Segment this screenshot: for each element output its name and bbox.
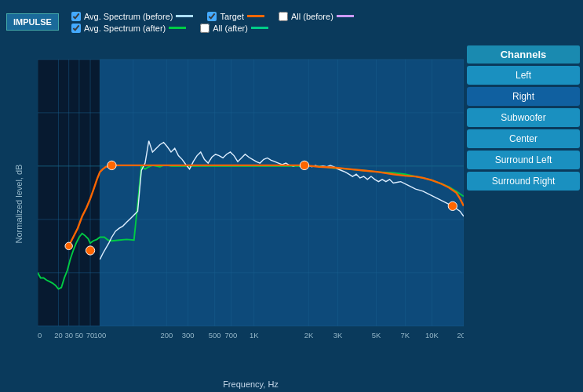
impulse-label: IMPULSE bbox=[13, 17, 52, 27]
channels-title: Channels bbox=[467, 45, 580, 64]
legend-avg-before: Avg. Spectrum (before) bbox=[71, 12, 194, 21]
main-area: Normalized level, dB bbox=[0, 44, 583, 392]
legend-avg-after-line bbox=[169, 27, 186, 29]
xlabel-50: 50 bbox=[75, 331, 84, 339]
y-axis-label: Normalized level, dB bbox=[14, 165, 24, 244]
xlabel-3k: 3K bbox=[333, 331, 343, 339]
xlabel-5k: 5K bbox=[372, 331, 381, 339]
chart-wrapper: Normalized level, dB bbox=[0, 44, 464, 392]
sidebar-btn-center[interactable]: Center bbox=[467, 129, 580, 148]
legend-target-label: Target bbox=[220, 12, 244, 21]
xlabel-500: 500 bbox=[209, 331, 221, 339]
x-axis-label: Frequency, Hz bbox=[38, 364, 464, 392]
xlabel-10: 10 bbox=[38, 331, 42, 339]
legend-target: Target bbox=[207, 12, 264, 21]
legend-all-before-line bbox=[337, 15, 354, 17]
xlabel-1k: 1K bbox=[250, 331, 259, 339]
xlabel-30: 30 bbox=[64, 331, 73, 339]
control-point-start[interactable] bbox=[65, 242, 72, 249]
xlabel-300: 300 bbox=[182, 331, 195, 339]
legend-all-after-label: All (after) bbox=[213, 24, 248, 33]
legend-all-after: All (after) bbox=[200, 24, 268, 33]
control-point-2[interactable] bbox=[86, 246, 94, 255]
legend-all-after-checkbox[interactable] bbox=[200, 24, 210, 33]
legend-avg-before-label: Avg. Spectrum (before) bbox=[84, 12, 173, 21]
xlabel-700: 700 bbox=[225, 331, 238, 339]
legend-avg-before-checkbox[interactable] bbox=[71, 12, 81, 21]
chart-area: 20 10 0 -10 -20 -30 10 20 30 50 70 100 2… bbox=[38, 44, 464, 364]
sidebar-btn-surround-right[interactable]: Surround Right bbox=[467, 172, 580, 191]
xlabel-2k: 2K bbox=[304, 331, 314, 339]
legend-target-checkbox[interactable] bbox=[207, 12, 217, 21]
legend-bar: IMPULSE Avg. Spectrum (before) Target bbox=[0, 0, 583, 44]
control-point-1[interactable] bbox=[107, 161, 116, 169]
xlabel-20k: 20K bbox=[457, 331, 464, 339]
chart-svg: 20 10 0 -10 -20 -30 10 20 30 50 70 100 2… bbox=[38, 44, 464, 364]
legend-target-line bbox=[247, 15, 264, 17]
sidebar-btn-subwoofer[interactable]: Subwoofer bbox=[467, 108, 580, 127]
sidebar-btn-surround-left[interactable]: Surround Left bbox=[467, 151, 580, 169]
legend-all-before: All (before) bbox=[279, 12, 354, 21]
legend-all-after-line bbox=[251, 27, 268, 29]
sidebar-btn-right[interactable]: Right bbox=[467, 87, 580, 106]
legend-all-before-checkbox[interactable] bbox=[279, 12, 288, 21]
legend-rows: Avg. Spectrum (before) Target All (befor… bbox=[71, 12, 354, 33]
legend-avg-after-label: Avg. Spectrum (after) bbox=[84, 24, 166, 33]
legend-avg-before-line bbox=[176, 15, 193, 17]
sidebar: Channels Left Right Subwoofer Center Sur… bbox=[464, 44, 583, 392]
xlabel-20: 20 bbox=[54, 331, 63, 339]
sidebar-btn-left[interactable]: Left bbox=[467, 66, 580, 85]
chart-bg bbox=[100, 60, 464, 326]
control-point-3[interactable] bbox=[300, 161, 308, 169]
control-point-4[interactable] bbox=[448, 201, 457, 210]
xlabel-7k: 7K bbox=[401, 331, 410, 339]
xlabel-100: 100 bbox=[93, 331, 106, 339]
xlabel-10k: 10K bbox=[425, 331, 439, 339]
legend-avg-after: Avg. Spectrum (after) bbox=[71, 24, 186, 33]
xlabel-200: 200 bbox=[160, 331, 173, 339]
legend-all-before-label: All (before) bbox=[291, 12, 333, 21]
impulse-badge: IMPULSE bbox=[6, 13, 59, 31]
legend-avg-after-checkbox[interactable] bbox=[71, 24, 81, 33]
